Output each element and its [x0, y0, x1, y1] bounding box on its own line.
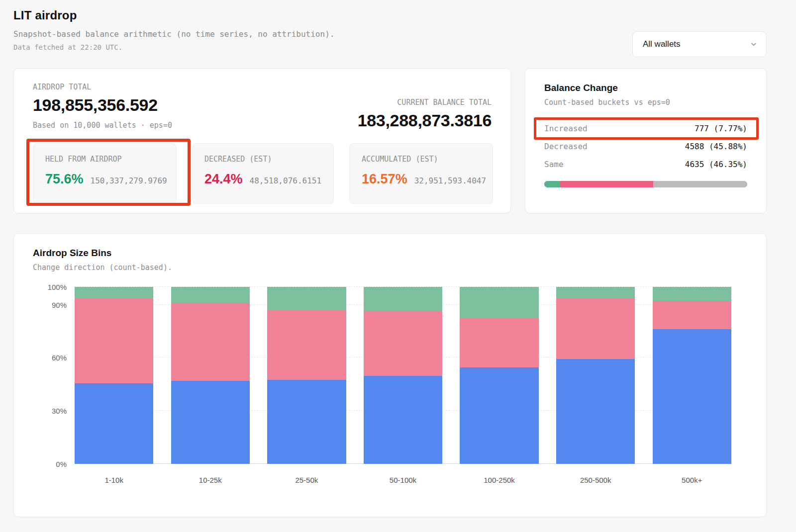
chart-title: Airdrop Size Bins — [33, 248, 731, 259]
chart-plot: 0%30%60%90%100% — [75, 287, 731, 464]
stat-cards-row: HELD FROM AIRDROP 75.6% 150,337,279.9769… — [33, 143, 492, 204]
header: LIT airdrop Snapshot-based balance arith… — [13, 8, 767, 57]
bar-segment-increased — [653, 287, 731, 301]
airdrop-summary-card: AIRDROP TOTAL 198,855,356.592 Based on 1… — [13, 68, 511, 213]
y-axis-tick-label: 0% — [27, 460, 67, 468]
chevron-down-icon — [750, 41, 757, 48]
chart-subtitle: Change direction (count-based). — [33, 263, 731, 272]
bar-segment-increased — [267, 287, 346, 310]
y-axis-tick-label: 100% — [27, 283, 67, 291]
bar-segment-decreased — [556, 298, 635, 359]
bar-segment-same — [460, 367, 538, 464]
stacked-bar-1-10k — [75, 287, 153, 464]
bar-segment-same — [171, 381, 250, 464]
bar-segment-increased — [556, 287, 635, 298]
bar-segment-same — [364, 376, 442, 464]
stat-pct: 75.6% — [45, 172, 84, 187]
top-row: AIRDROP TOTAL 198,855,356.592 Based on 1… — [13, 68, 767, 213]
stat-amount: 32,951,593.4047 — [414, 176, 487, 185]
bar-segment-same — [267, 380, 346, 464]
bar-segment-decreased — [267, 310, 346, 380]
x-axis-labels: 1-10k10-25k25-50k50-100k100-250k250-500k… — [75, 476, 731, 484]
airdrop-size-bins-card: Airdrop Size Bins Change direction (coun… — [13, 233, 767, 517]
x-axis-label: 500k+ — [653, 476, 731, 484]
bar-segment-decreased — [75, 298, 153, 383]
row-label: Same — [544, 160, 564, 169]
bar-segment-decreased — [171, 303, 250, 381]
stacked-bar-250-500k — [556, 287, 635, 464]
bar-segment-same — [75, 383, 153, 464]
stat-value-row: 16.57% 32,951,593.4047 — [362, 172, 481, 187]
stat-label: DECREASED (EST) — [204, 155, 321, 164]
stat-card-held-from-airdrop: HELD FROM AIRDROP 75.6% 150,337,279.9769 — [33, 143, 177, 204]
bar-segment-increased — [460, 287, 538, 318]
y-axis-tick-label: 30% — [27, 407, 67, 415]
row-value: 777 (7.77%) — [695, 124, 747, 133]
y-axis-tick-label: 60% — [27, 354, 67, 362]
stacked-bar-500k+ — [653, 287, 731, 464]
stacked-bar-10-25k — [171, 287, 250, 464]
x-axis-label: 1-10k — [75, 476, 153, 484]
balance-change-rows: Increased 777 (7.77%) Decreased 4588 (45… — [544, 124, 747, 169]
page-title: LIT airdrop — [13, 8, 334, 22]
x-axis-label: 100-250k — [460, 476, 538, 484]
x-axis-label: 10-25k — [171, 476, 250, 484]
current-balance-label: CURRENT BALANCE TOTAL — [358, 98, 492, 107]
balance-change-subtitle: Count-based buckets vs eps=0 — [544, 98, 747, 107]
bars — [75, 287, 731, 464]
bar-segment-decreased — [460, 318, 538, 367]
page: LIT airdrop Snapshot-based balance arith… — [13, 0, 767, 517]
row-same: Same 4635 (46.35%) — [544, 160, 747, 169]
stacked-bar-100-250k — [460, 287, 538, 464]
x-axis-label: 250-500k — [556, 476, 635, 484]
progress-segment-increased — [544, 181, 560, 187]
wallet-filter-value: All wallets — [643, 39, 681, 49]
stat-value-row: 24.4% 48,518,076.6151 — [204, 172, 321, 187]
stat-label: ACCUMULATED (EST) — [362, 155, 481, 164]
balance-change-card: Balance Change Count-based buckets vs ep… — [525, 68, 767, 213]
row-label: Increased — [544, 124, 588, 133]
row-value: 4635 (46.35%) — [685, 160, 747, 169]
chart: 0%30%60%90%100% 1-10k10-25k25-50k50-100k… — [33, 287, 731, 484]
stat-card-decreased: DECREASED (EST) 24.4% 48,518,076.6151 — [192, 143, 334, 204]
current-balance-block: CURRENT BALANCE TOTAL 183,288,873.3816 — [358, 98, 492, 130]
stat-value-row: 75.6% 150,337,279.9769 — [45, 172, 164, 187]
bar-segment-decreased — [364, 311, 442, 376]
x-axis-label: 50-100k — [364, 476, 442, 484]
current-balance-value: 183,288,873.3816 — [358, 111, 492, 130]
airdrop-total-label: AIRDROP TOTAL — [33, 83, 172, 91]
y-axis-tick-label: 90% — [27, 300, 67, 309]
stacked-bar-50-100k — [364, 287, 442, 464]
balance-change-title: Balance Change — [544, 83, 747, 93]
stat-pct: 16.57% — [362, 172, 407, 187]
totals-row: AIRDROP TOTAL 198,855,356.592 Based on 1… — [33, 83, 492, 130]
progress-segment-decreased — [560, 181, 653, 187]
progress-segment-same — [653, 181, 747, 187]
airdrop-total-value: 198,855,356.592 — [33, 95, 172, 115]
page-subtitle: Snapshot-based balance arithmetic (no ti… — [13, 29, 334, 39]
wallet-filter-dropdown[interactable]: All wallets — [632, 31, 767, 57]
row-label: Decreased — [544, 142, 588, 151]
stat-card-accumulated: ACCUMULATED (EST) 16.57% 32,951,593.4047 — [349, 143, 493, 204]
header-text: LIT airdrop Snapshot-based balance arith… — [13, 8, 334, 51]
bar-segment-increased — [171, 287, 250, 303]
bar-segment-increased — [364, 287, 442, 311]
stat-amount: 48,518,076.6151 — [250, 176, 322, 185]
bar-segment-decreased — [653, 301, 731, 329]
bar-segment-same — [556, 359, 635, 464]
stat-amount: 150,337,279.9769 — [91, 176, 167, 185]
row-increased: Increased 777 (7.77%) — [544, 124, 747, 133]
data-fetched-note: Data fetched at 22:20 UTC. — [13, 43, 334, 51]
row-value: 4588 (45.88%) — [685, 142, 747, 151]
bar-segment-same — [653, 329, 731, 464]
airdrop-total-block: AIRDROP TOTAL 198,855,356.592 Based on 1… — [33, 83, 172, 130]
balance-progress-bar — [544, 181, 747, 187]
bar-segment-increased — [75, 287, 153, 298]
stacked-bar-25-50k — [267, 287, 346, 464]
stat-label: HELD FROM AIRDROP — [45, 155, 164, 164]
stat-pct: 24.4% — [204, 172, 243, 187]
x-axis-label: 25-50k — [267, 476, 346, 484]
row-decreased: Decreased 4588 (45.88%) — [544, 142, 747, 151]
airdrop-total-note: Based on 10,000 wallets · eps=0 — [33, 121, 172, 130]
